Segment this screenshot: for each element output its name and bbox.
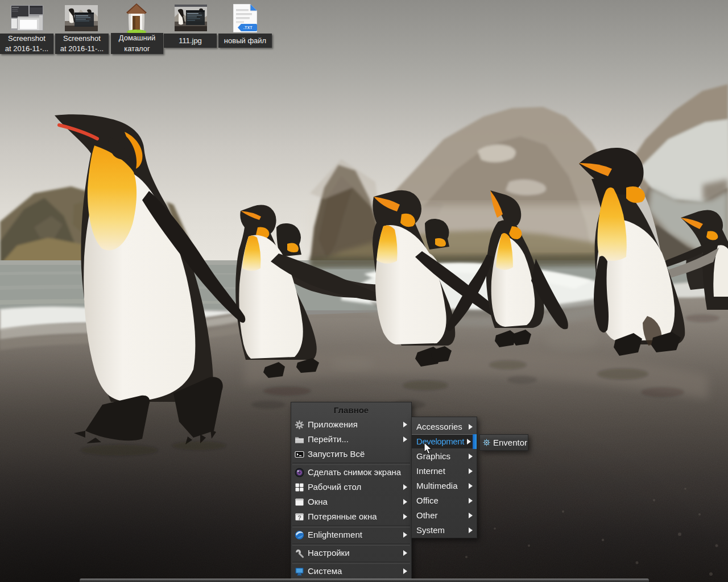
svg-text:.TXT: .TXT — [243, 26, 253, 30]
svg-text:?: ? — [297, 514, 301, 521]
